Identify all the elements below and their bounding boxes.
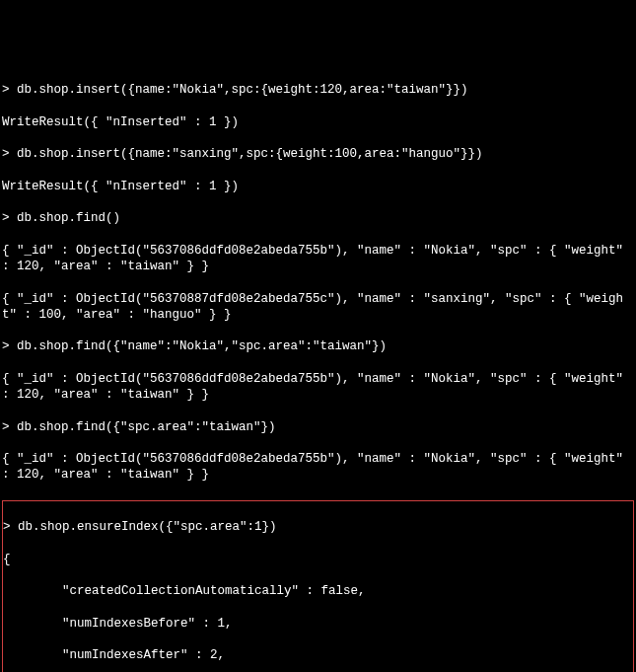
cmd-line: > db.shop.insert({name:"sanxing",spc:{we… [2, 146, 634, 162]
output-line: { [3, 552, 633, 567]
output-line: { "_id" : ObjectId("5637086ddfd08e2abeda… [2, 451, 634, 484]
cmd-line: > db.shop.ensureIndex({"spc.area":1}) [3, 519, 633, 535]
output-line: "numIndexesAfter" : 2, [3, 647, 633, 663]
highlighted-section: > db.shop.ensureIndex({"spc.area":1}) { … [2, 500, 634, 672]
cmd-line: > db.shop.find() [2, 210, 634, 226]
cmd-line: > db.shop.find({"name":"Nokia","spc.area… [2, 338, 634, 354]
output-line: "numIndexesBefore" : 1, [3, 616, 633, 632]
cmd-line: > db.shop.insert({name:"Nokia",spc:{weig… [2, 82, 634, 98]
output-line: { "_id" : ObjectId("56370887dfd08e2abeda… [2, 291, 634, 324]
output-line: { "_id" : ObjectId("5637086ddfd08e2abeda… [2, 243, 634, 275]
output-line: WriteResult({ "nInserted" : 1 }) [2, 114, 634, 130]
terminal-output[interactable]: > db.shop.insert({name:"Nokia",spc:{weig… [2, 66, 634, 672]
output-line: WriteResult({ "nInserted" : 1 }) [2, 179, 634, 194]
cmd-line: > db.shop.find({"spc.area":"taiwan"}) [2, 419, 634, 435]
output-line: "createdCollectionAutomatically" : false… [3, 583, 633, 599]
output-line: { "_id" : ObjectId("5637086ddfd08e2abeda… [2, 371, 634, 404]
